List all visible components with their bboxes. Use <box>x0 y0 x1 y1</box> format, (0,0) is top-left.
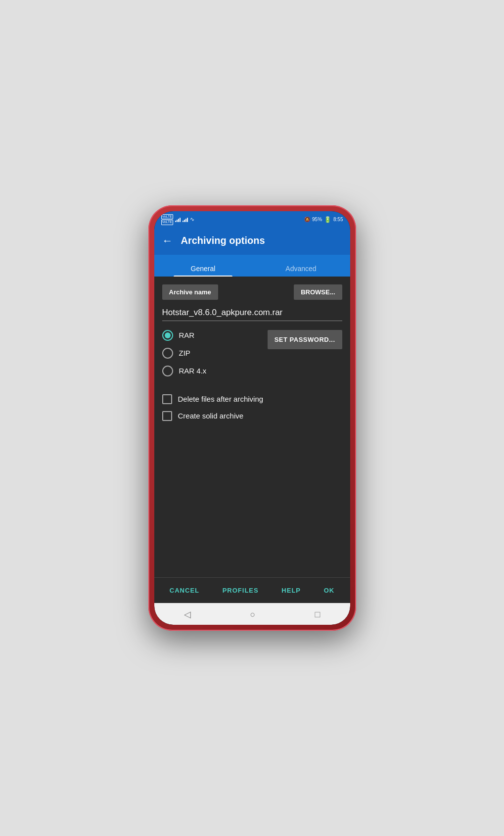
checkbox-solid-label: Create solid archive <box>178 412 244 420</box>
radio-rar4-label: RAR 4.x <box>179 367 207 375</box>
status-bar: VoLTE VoLTE ∿ 🔕 95 <box>154 211 350 227</box>
nav-recent-icon[interactable]: □ <box>315 609 321 620</box>
tabs-bar: General Advanced <box>154 255 350 277</box>
volte2-icon: VoLTE <box>161 220 174 225</box>
cancel-button[interactable]: CANCEL <box>166 585 203 596</box>
nav-back-icon[interactable]: ◁ <box>184 609 191 620</box>
profiles-button[interactable]: PROFILES <box>219 585 263 596</box>
battery-percent: 95% <box>312 217 322 222</box>
status-right: 🔕 95% 🔋 8:55 <box>304 216 343 223</box>
checkbox-delete-label: Delete files after archiving <box>178 395 264 403</box>
radio-rar-label: RAR <box>179 331 195 339</box>
back-button[interactable]: ← <box>162 234 173 247</box>
set-password-area: SET PASSWORD... <box>268 330 342 349</box>
radio-rar-inner <box>165 332 171 338</box>
archive-filename: Hotstar_v8.6.0_apkpure.com.rar <box>162 305 342 321</box>
app-bar: ← Archiving options <box>154 227 350 255</box>
checkbox-delete[interactable]: Delete files after archiving <box>162 394 342 404</box>
format-password-area: RAR ZIP RAR 4.x SET PASSWORD... <box>162 330 342 386</box>
volte1-icon: VoLTE <box>161 214 174 219</box>
content-spacer <box>162 421 342 569</box>
radio-rar4[interactable]: RAR 4.x <box>162 366 268 376</box>
archive-name-row: Archive name BROWSE... <box>162 284 342 300</box>
radio-rar-circle <box>162 330 173 341</box>
status-left: VoLTE VoLTE ∿ <box>161 214 195 225</box>
radio-rar4-circle <box>162 366 173 376</box>
checkbox-solid[interactable]: Create solid archive <box>162 411 342 421</box>
wifi-icon: ∿ <box>190 216 194 223</box>
radio-zip-circle <box>162 348 173 359</box>
tab-advanced[interactable]: Advanced <box>252 259 350 277</box>
nav-bar: ◁ ○ □ <box>154 603 350 625</box>
signal2-icon <box>183 217 188 222</box>
checkbox-solid-box <box>162 411 172 421</box>
bottom-actions: CANCEL PROFILES HELP OK <box>154 577 350 603</box>
nav-home-icon[interactable]: ○ <box>250 609 256 620</box>
browse-button[interactable]: BROWSE... <box>294 284 342 300</box>
mute-icon: 🔕 <box>304 217 310 222</box>
radio-zip[interactable]: ZIP <box>162 348 268 359</box>
app-title: Archiving options <box>181 235 265 246</box>
battery-icon: 🔋 <box>324 216 331 223</box>
help-button[interactable]: HELP <box>277 585 305 596</box>
tab-general[interactable]: General <box>154 259 252 277</box>
checkbox-delete-box <box>162 394 172 404</box>
signal1-icon <box>175 217 181 222</box>
radio-rar[interactable]: RAR <box>162 330 268 341</box>
phone-screen: VoLTE VoLTE ∿ 🔕 95 <box>154 211 350 625</box>
checkbox-group: Delete files after archiving Create soli… <box>162 394 342 421</box>
ok-button[interactable]: OK <box>320 585 339 596</box>
format-radio-group: RAR ZIP RAR 4.x <box>162 330 268 376</box>
set-password-button[interactable]: SET PASSWORD... <box>268 330 342 349</box>
archive-name-button[interactable]: Archive name <box>162 284 218 300</box>
clock: 8:55 <box>333 217 343 222</box>
phone-frame: VoLTE VoLTE ∿ 🔕 95 <box>148 205 356 631</box>
content-area: Archive name BROWSE... Hotstar_v8.6.0_ap… <box>154 277 350 577</box>
radio-zip-label: ZIP <box>179 349 190 357</box>
